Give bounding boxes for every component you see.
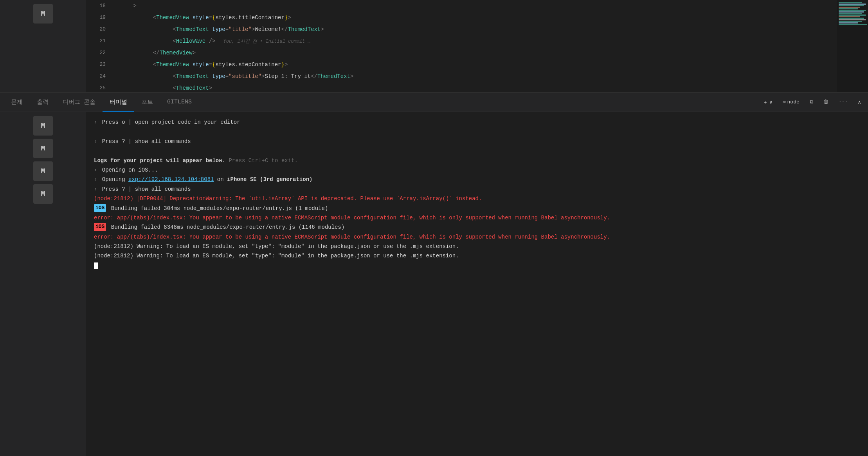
tag-token: ThemedText bbox=[176, 73, 209, 80]
punct-token: < bbox=[173, 26, 176, 33]
split-icon: ⧉ bbox=[810, 99, 813, 105]
warn-text: (node:21812) Warning: To load an ES modu… bbox=[94, 242, 459, 251]
punct-token: = bbox=[225, 73, 229, 80]
split-terminal-button[interactable]: ⧉ bbox=[807, 98, 816, 107]
line-content: <ThemedText type="subtitle">Step 1: Try … bbox=[113, 71, 837, 82]
attr-token: style bbox=[189, 62, 209, 68]
code-line: 23 <ThemedView style={styles.stepContain… bbox=[86, 59, 837, 71]
punct-token: > bbox=[209, 85, 212, 91]
terminal-body: M M M M › Press o | open project code in… bbox=[0, 112, 868, 456]
terminal-line: (node:21812) Warning: To load an ES modu… bbox=[94, 252, 860, 260]
kill-terminal-button[interactable]: 🗑 bbox=[820, 98, 832, 107]
terminal-cmd-text: Opening exp://192.168.124.104:8081 on iP… bbox=[99, 175, 312, 184]
new-terminal-button[interactable]: ＋ ∨ bbox=[760, 97, 776, 107]
tag-token: HelloWave bbox=[176, 38, 206, 44]
terminal-info-text: Logs for your project will appear below.… bbox=[94, 156, 298, 165]
code-line: 22 </ThemedView> bbox=[86, 47, 837, 59]
punct-token: = bbox=[209, 62, 212, 68]
punct-token: > bbox=[350, 73, 353, 80]
line-content: <ThemedText> bbox=[113, 82, 837, 92]
terminal-line: › Opening exp://192.168.124.104:8081 on … bbox=[94, 175, 860, 184]
close-panel-button[interactable]: ∧ bbox=[855, 98, 864, 107]
terminal-cmd-text: Opening on iOS... bbox=[99, 166, 158, 174]
chevron-up-icon: ∧ bbox=[858, 99, 861, 105]
tab-debug-console[interactable]: 디버그 콘솔 bbox=[56, 92, 103, 112]
text-token: Step 1: Try it bbox=[265, 73, 311, 80]
terminal-section: 문제 출력 디버그 콘솔 터미널 포트 GITLENS ＋ ∨ bbox=[0, 92, 868, 456]
punct-token: /> bbox=[205, 38, 215, 44]
tag-token: ThemedText bbox=[176, 26, 209, 33]
line-content: <ThemedView style={styles.titleContainer… bbox=[113, 12, 837, 24]
line-number: 25 bbox=[86, 82, 113, 92]
terminal-line: Logs for your project will appear below.… bbox=[94, 156, 860, 165]
tag-token: ThemedView bbox=[156, 14, 189, 21]
plus-icon: ＋ bbox=[763, 99, 768, 106]
terminal-shell-button[interactable]: ⌨ node bbox=[780, 98, 803, 107]
tag-token: ThemedView bbox=[156, 62, 189, 68]
tag-token: ThemedView bbox=[160, 50, 193, 56]
terminal-prompt: › bbox=[94, 185, 97, 194]
text-token: styles.titleContainer bbox=[215, 14, 284, 21]
app-container: M 18 >19 <ThemedView style={styles.title… bbox=[0, 0, 868, 456]
terminal-line: › Press o | open project code in your ed… bbox=[94, 118, 860, 127]
terminal-line bbox=[94, 147, 860, 155]
terminal-cursor bbox=[94, 261, 98, 270]
attr-token: type bbox=[209, 73, 225, 80]
terminal-line: error: app/(tabs)/index.tsx: You appear … bbox=[94, 233, 860, 241]
code-line: 24 <ThemedText type="subtitle">Step 1: T… bbox=[86, 71, 837, 82]
terminal-content[interactable]: › Press o | open project code in your ed… bbox=[86, 112, 868, 456]
terminal-line: › Opening on iOS... bbox=[94, 166, 860, 174]
code-line: 18 > bbox=[86, 0, 837, 12]
punct-token: < bbox=[153, 14, 156, 21]
terminal-link[interactable]: exp://192.168.124.104:8081 bbox=[128, 176, 214, 183]
punct-token: < bbox=[173, 73, 176, 80]
sidebar-m-2[interactable]: M bbox=[33, 139, 53, 158]
tag-token: ThemedText bbox=[176, 85, 209, 91]
error-text: error: app/(tabs)/index.tsx: You appear … bbox=[94, 233, 610, 241]
tag-token: ThemedText bbox=[317, 73, 350, 80]
git-blame: You, 1시간 전 • Initial commit … bbox=[223, 39, 310, 44]
line-number: 21 bbox=[86, 35, 113, 47]
terminal-line: iOS Bundling failed 8348ms node_modules/… bbox=[94, 223, 860, 232]
punct-token: = bbox=[225, 26, 229, 33]
line-content: > bbox=[113, 0, 837, 12]
bundling-text: Bundling failed 8348ms node_modules/expo… bbox=[108, 223, 344, 232]
code-line: 20 <ThemedText type="title">Welcome!</Th… bbox=[86, 24, 837, 35]
punct-token: = bbox=[209, 14, 212, 21]
chevron-down-icon: ∨ bbox=[769, 99, 773, 105]
attr-token: style bbox=[189, 14, 209, 21]
sidebar-m-3[interactable]: M bbox=[33, 161, 53, 181]
terminal-line: (node:21812) [DEP0044] DeprecationWarnin… bbox=[94, 194, 860, 203]
punct-token: > bbox=[261, 73, 265, 80]
ellipsis-icon: ··· bbox=[839, 99, 848, 105]
text-token: styles.stepContainer bbox=[215, 62, 281, 68]
code-line: 25 <ThemedText> bbox=[86, 82, 837, 92]
terminal-line: (node:21812) Warning: To load an ES modu… bbox=[94, 242, 860, 251]
terminal-toolbar: ＋ ∨ ⌨ node ⧉ 🗑 ··· ∧ bbox=[760, 97, 864, 107]
line-number: 22 bbox=[86, 47, 113, 59]
terminal-tabs-bar: 문제 출력 디버그 콘솔 터미널 포트 GITLENS ＋ ∨ bbox=[0, 92, 868, 112]
line-content: <ThemedView style={styles.stepContainer}… bbox=[113, 59, 837, 71]
tag-token: ThemedText bbox=[288, 26, 321, 33]
punct-token: < bbox=[173, 38, 176, 44]
sidebar-avatar-m[interactable]: M bbox=[33, 4, 53, 24]
warn-text: (node:21812) Warning: To load an ES modu… bbox=[94, 252, 459, 260]
tab-problem[interactable]: 문제 bbox=[4, 92, 30, 112]
more-actions-button[interactable]: ··· bbox=[836, 98, 851, 107]
terminal-prompt: › bbox=[94, 118, 97, 127]
editor-content: 18 >19 <ThemedView style={styles.titleCo… bbox=[86, 0, 837, 92]
terminal-line: › Press ? | show all commands bbox=[94, 185, 860, 194]
line-content: <HelloWave />You, 1시간 전 • Initial commit… bbox=[113, 35, 837, 47]
tab-output[interactable]: 출력 bbox=[30, 92, 56, 112]
terminal-sidebar: M M M M bbox=[0, 112, 86, 456]
punct-token: > bbox=[133, 3, 136, 9]
sidebar-m-1[interactable]: M bbox=[33, 116, 53, 136]
tab-port[interactable]: 포트 bbox=[134, 92, 160, 112]
punct-token: > bbox=[321, 26, 324, 33]
punct-token: > bbox=[285, 62, 288, 68]
tab-terminal[interactable]: 터미널 bbox=[103, 92, 134, 112]
punct-token: </ bbox=[153, 50, 160, 56]
tab-gitlens[interactable]: GITLENS bbox=[160, 92, 199, 112]
code-lines: 18 >19 <ThemedView style={styles.titleCo… bbox=[86, 0, 837, 92]
sidebar-m-4[interactable]: M bbox=[33, 184, 53, 204]
